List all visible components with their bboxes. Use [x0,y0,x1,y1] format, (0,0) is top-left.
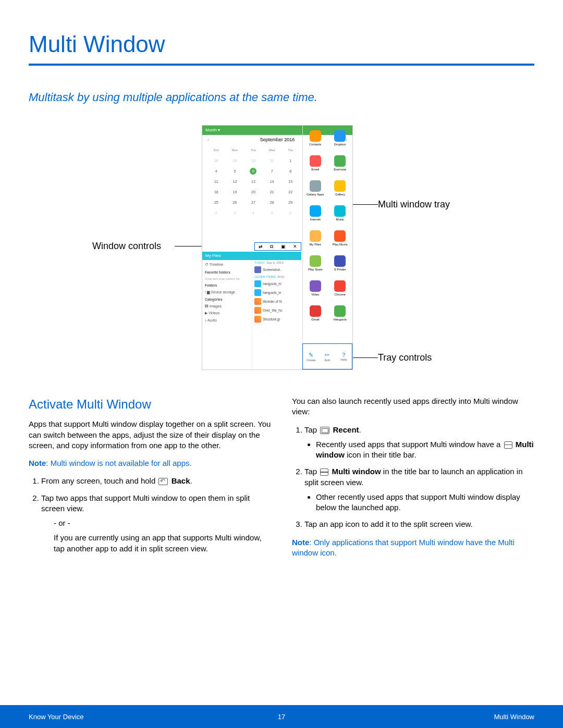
tray-app: Play Music [328,226,353,251]
title-divider [29,64,534,66]
bullet-item: Other recently used apps that support Mu… [316,492,534,513]
help-icon: ? [342,352,345,358]
app-icon [310,180,321,192]
app-label: Gallery [335,193,345,196]
or-text: - or - [54,518,271,528]
footer-left: Know Your Device [29,713,84,721]
app-label: Dropbox [334,143,346,146]
app-label: Play Store [308,268,323,271]
drag-icon: ⧉ [270,244,273,250]
cat-audio: Audio [207,318,217,322]
section-paragraph: Apps that support Multi window display t… [29,419,271,451]
callout-line [353,357,378,358]
step-item: From any screen, touch and hold Back. [41,476,271,486]
create-icon: ✎ [309,352,313,359]
tray-app: Galaxy Apps [303,176,328,201]
older-year: 2016 [277,275,284,278]
calendar-year: 2016 [284,137,295,142]
timeline-label: Timeline [210,263,223,266]
footer-page-number: 17 [278,713,285,721]
app-icon [334,205,346,217]
page-footer: Know Your Device 17 Multi Window [0,705,563,728]
app-label: Contacts [309,143,322,146]
left-column: Activate Multi Window Apps that support … [29,396,271,565]
tray-app: Contacts [303,126,328,151]
section-paragraph: You can also launch recently used apps d… [292,396,534,417]
page-title: Multi Window [29,31,534,57]
app-label: S Finder [334,268,346,271]
fav-hint: Drag and drop folders he.. [202,276,252,282]
diagram: Window controls Multi window tray Tray c… [29,125,534,380]
app-icon [310,255,321,267]
tray-app: Internet [303,201,328,226]
steps-list-right: Tap Recent. Recently used apps that supp… [292,425,534,530]
app-label: Internet [310,218,321,221]
callout-window-controls: Window controls [92,241,161,252]
tray-app: My Files [303,226,328,251]
app-label: Evernote [334,168,346,171]
footer-right: Multi Window [494,713,534,721]
older-label: OLDER ITEMS [254,275,276,278]
app-icon [334,230,346,242]
file-item: hangouts_in [263,291,281,294]
step-item: Tap an app icon to add it to the split s… [304,519,534,529]
multi-window-icon [504,441,512,449]
calendar-month: September [260,137,283,142]
multi-window-tray: ContactsDropboxEmailEvernoteGalaxy AppsG… [302,126,352,340]
window-controls-bar: ⇄ ⧉ ▣ ✕ [254,242,301,251]
app-icon [310,280,321,292]
app-icon [310,130,321,142]
note-text: Note: Only applications that support Mul… [292,537,534,559]
step-item: Tap Multi window in the title bar to lau… [304,466,534,513]
app-icon [334,255,346,267]
app-icon [334,280,346,292]
categories-hdr: Categories [202,296,252,303]
app-label: Play Music [333,243,348,246]
tray-app: Evernote [328,151,353,176]
calendar-grid: SunMonTueWedThu2829303114567811121314151… [206,144,300,218]
cat-videos: Videos [209,311,219,315]
app-label: My Files [310,243,321,246]
app-label: Chrome [335,293,346,296]
files-body: ⏱ Timeline Favorite folders Drag and dro… [202,260,302,369]
steps-list: From any screen, touch and hold Back. Ta… [29,476,271,554]
note-text: Note: Multi window is not available for … [29,458,271,468]
step-alt: If you are currently using an app that s… [54,533,271,554]
tray-app: Gmail [303,301,328,326]
tray-app: Chrome [328,276,353,301]
files-header: My Files [202,252,301,260]
file-item: Over_the_ho [263,309,283,312]
body-columns: Activate Multi Window Apps that support … [29,396,534,565]
tray-app: Dropbox [328,126,353,151]
section-heading: Activate Multi Window [29,396,271,413]
file-item: Screenshot.. [263,268,282,272]
app-icon [334,305,346,317]
file-item: hangouts_m [263,282,282,286]
app-icon [310,230,321,242]
app-label: Music [336,218,344,221]
app-icon [334,180,346,192]
folders-hdr: Folders [202,282,252,289]
app-label: Galaxy Apps [307,193,324,196]
app-label: Email [311,168,319,171]
tray-controls-box: ✎Create ✏Edit ?Help [302,343,352,369]
files-list: TODAY Sep 6, 2016 Screenshot.. OLDER ITE… [252,260,302,369]
app-icon [310,155,321,167]
tray-app: Video [303,276,328,301]
tray-app: Play Store [303,251,328,276]
callout-tray-controls: Tray controls [378,352,432,363]
app-icon [334,130,346,142]
today-label: TODAY [254,261,265,264]
files-sidebar: ⏱ Timeline Favorite folders Drag and dro… [202,260,252,369]
app-label: Video [311,293,319,296]
file-item: Wonder of N [263,300,282,303]
device-screenshot: Month ▾ ‹ September 2016 › SunMonTueWedT… [202,125,353,370]
today-date: Sep 6, 2016 [266,261,283,264]
app-icon [334,155,346,167]
tray-create: Create [307,359,316,362]
bullet-item: Recently used apps that support Multi wi… [316,439,534,461]
tray-app: Music [328,201,353,226]
app-label: Hangouts [333,318,347,321]
app-icon [310,205,321,217]
app-icon [310,305,321,317]
